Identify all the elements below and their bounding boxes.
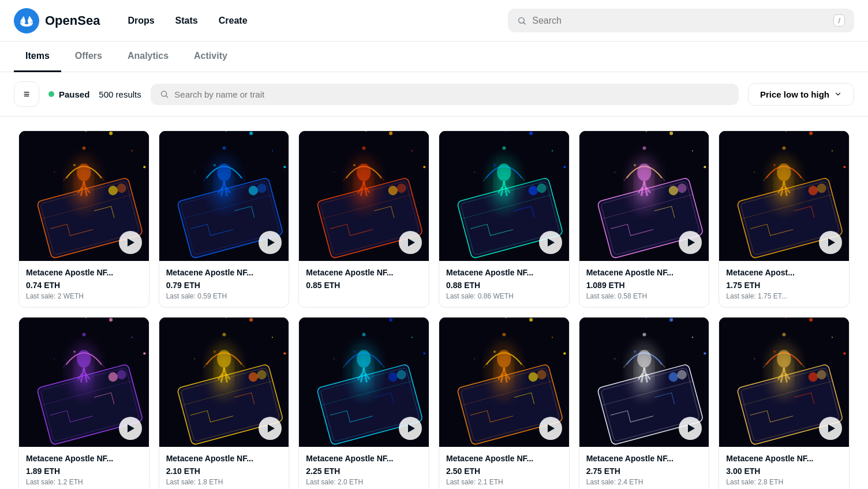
item-card[interactable]: Metacene Apostle NF... 1.089 ETH Last sa… bbox=[579, 130, 710, 308]
item-name: Metacene Apostle NF... bbox=[726, 454, 842, 463]
nav-links: Drops Stats Create bbox=[118, 11, 256, 31]
trait-search-bar bbox=[151, 84, 739, 105]
item-card[interactable]: Metacene Apostle NF... 2.75 ETH Last sal… bbox=[579, 317, 710, 489]
item-info: Metacene Apostle NF... 2.25 ETH Last sal… bbox=[299, 447, 429, 489]
svg-point-208 bbox=[497, 350, 511, 368]
svg-point-165 bbox=[283, 352, 286, 354]
item-last-sale: Last sale: 1.2 ETH bbox=[26, 478, 142, 486]
nav-stats[interactable]: Stats bbox=[166, 11, 207, 31]
search-icon bbox=[517, 16, 526, 26]
svg-point-185 bbox=[411, 337, 413, 338]
svg-point-138 bbox=[73, 350, 76, 353]
play-button[interactable] bbox=[539, 231, 562, 254]
tab-analytics[interactable]: Analytics bbox=[116, 42, 180, 72]
tab-items[interactable]: Items bbox=[14, 42, 61, 72]
item-image bbox=[439, 131, 569, 261]
svg-point-143 bbox=[132, 337, 133, 338]
item-card[interactable]: Metacene Apostle NF... 2.25 ETH Last sal… bbox=[298, 317, 429, 489]
search-input[interactable] bbox=[532, 16, 828, 26]
search-bar: / bbox=[508, 9, 854, 32]
item-image bbox=[439, 318, 569, 447]
svg-point-206 bbox=[552, 337, 553, 338]
tab-offers[interactable]: Offers bbox=[63, 42, 114, 72]
svg-point-79 bbox=[529, 132, 533, 135]
item-price: 3.00 ETH bbox=[726, 466, 842, 476]
svg-point-139 bbox=[82, 333, 85, 336]
item-name: Metacene Apostle NF... bbox=[586, 454, 702, 463]
item-card[interactable]: Metacene Apostle NF... 0.79 ETH Last sal… bbox=[159, 130, 290, 308]
item-name: Metacene Apostle NF... bbox=[166, 268, 282, 277]
item-card[interactable]: Metacene Apostle NF... 0.88 ETH Last sal… bbox=[439, 130, 570, 308]
svg-point-121 bbox=[809, 132, 813, 135]
svg-point-101 bbox=[692, 150, 693, 151]
svg-point-202 bbox=[502, 333, 506, 336]
svg-point-38 bbox=[272, 150, 273, 151]
svg-point-250 bbox=[777, 350, 791, 368]
svg-point-96 bbox=[634, 164, 636, 166]
item-card[interactable]: Metacene Apostle NF... 2.50 ETH Last sal… bbox=[439, 317, 570, 489]
item-price: 2.10 ETH bbox=[166, 466, 282, 476]
svg-point-123 bbox=[844, 166, 846, 168]
item-card[interactable]: Metacene Apostle NF... 2.10 ETH Last sal… bbox=[159, 317, 290, 489]
svg-point-37 bbox=[249, 132, 253, 135]
svg-point-55 bbox=[362, 146, 366, 150]
item-price: 0.85 ETH bbox=[306, 281, 422, 290]
svg-point-76 bbox=[502, 146, 506, 150]
svg-point-122 bbox=[832, 150, 833, 151]
item-card[interactable]: Metacene Apostle NF... 0.85 ETH bbox=[298, 130, 429, 308]
svg-point-205 bbox=[529, 318, 533, 322]
status-label: Paused bbox=[59, 89, 89, 99]
item-info: Metacene Apostle NF... 0.79 ETH Last sal… bbox=[159, 261, 289, 307]
nav-drops[interactable]: Drops bbox=[118, 11, 163, 31]
svg-point-33 bbox=[214, 164, 216, 166]
play-button[interactable] bbox=[399, 231, 422, 254]
item-last-sale: Last sale: 0.86 WETH bbox=[446, 292, 562, 300]
svg-point-221 bbox=[614, 358, 615, 359]
item-last-sale: Last sale: 2.8 ETH bbox=[726, 478, 842, 486]
svg-point-18 bbox=[143, 166, 145, 168]
play-button[interactable] bbox=[819, 231, 842, 254]
svg-point-179 bbox=[334, 358, 335, 359]
item-image bbox=[299, 131, 429, 261]
svg-point-19 bbox=[77, 163, 91, 181]
toolbar: ≡ Paused 500 results Price low to high bbox=[0, 72, 868, 117]
item-name: Metacene Apostle NF... bbox=[26, 268, 142, 277]
item-price: 0.88 ETH bbox=[446, 281, 562, 290]
item-info: Metacene Apostle NF... 0.74 ETH Last sal… bbox=[19, 261, 149, 307]
play-button[interactable] bbox=[539, 417, 562, 440]
results-count: 500 results bbox=[99, 89, 141, 99]
item-image bbox=[159, 318, 289, 447]
item-image bbox=[719, 318, 849, 447]
search-container: / bbox=[508, 9, 854, 32]
svg-point-137 bbox=[54, 358, 55, 359]
sort-button[interactable]: Price low to high bbox=[748, 83, 854, 106]
logo-text: OpenSea bbox=[45, 13, 100, 28]
item-card[interactable]: Metacene Apostle NF... 1.89 ETH Last sal… bbox=[18, 317, 149, 489]
item-image bbox=[19, 131, 149, 261]
play-button[interactable] bbox=[259, 231, 282, 254]
logo[interactable]: OpenSea bbox=[14, 8, 100, 33]
items-grid: Metacene Apostle NF... 0.74 ETH Last sal… bbox=[0, 117, 868, 489]
tab-activity[interactable]: Activity bbox=[182, 42, 239, 72]
item-info: Metacene Apostle NF... 2.10 ETH Last sal… bbox=[159, 447, 289, 489]
item-card[interactable]: Metacene Apost... 1.75 ETH Last sale: 1.… bbox=[719, 130, 850, 308]
sort-label: Price low to high bbox=[760, 89, 829, 99]
item-info: Metacene Apostle NF... 2.50 ETH Last sal… bbox=[439, 447, 569, 489]
item-image bbox=[159, 131, 289, 261]
svg-point-59 bbox=[411, 150, 413, 151]
svg-point-229 bbox=[637, 350, 652, 368]
svg-point-75 bbox=[493, 164, 496, 166]
item-name: Metacene Apostle NF... bbox=[166, 454, 282, 463]
svg-point-142 bbox=[109, 318, 113, 322]
svg-point-102 bbox=[704, 166, 706, 168]
item-card[interactable]: Metacene Apostle NF... 3.00 ETH Last sal… bbox=[719, 317, 850, 489]
item-name: Metacene Apostle NF... bbox=[306, 268, 422, 277]
play-button[interactable] bbox=[679, 231, 702, 254]
play-button[interactable] bbox=[119, 417, 142, 440]
filter-button[interactable]: ≡ bbox=[14, 81, 39, 107]
nav-create[interactable]: Create bbox=[209, 11, 257, 31]
item-card[interactable]: Metacene Apostle NF... 0.74 ETH Last sal… bbox=[18, 130, 149, 308]
trait-search-input[interactable] bbox=[174, 89, 729, 99]
play-button[interactable] bbox=[119, 231, 142, 254]
item-last-sale: Last sale: 0.58 ETH bbox=[586, 292, 702, 300]
